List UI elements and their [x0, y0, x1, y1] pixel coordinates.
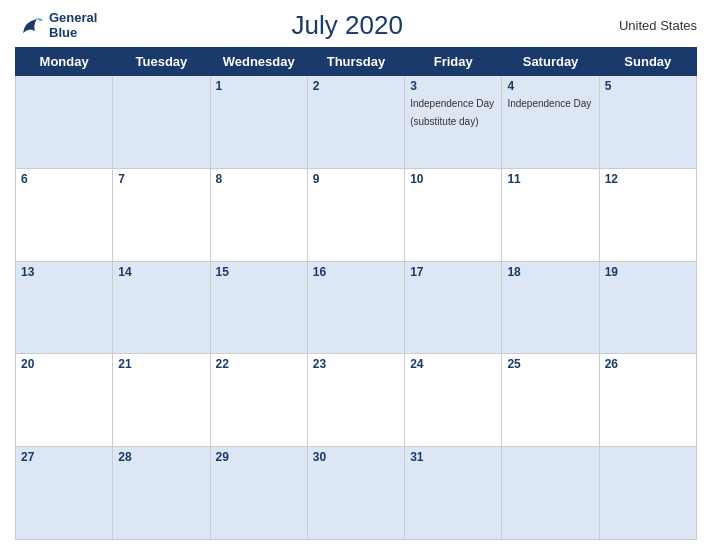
- day-number: 8: [216, 172, 302, 186]
- calendar-cell: 15: [210, 261, 307, 354]
- calendar-cell: 14: [113, 261, 210, 354]
- day-number: 23: [313, 357, 399, 371]
- day-number: 9: [313, 172, 399, 186]
- calendar-cell: 4Independence Day: [502, 76, 599, 169]
- day-number: 18: [507, 265, 593, 279]
- calendar-cell: 28: [113, 447, 210, 540]
- calendar-header: General Blue July 2020 United States: [15, 10, 697, 41]
- day-number: 20: [21, 357, 107, 371]
- day-number: 15: [216, 265, 302, 279]
- calendar-cell: [16, 76, 113, 169]
- calendar-cell: 21: [113, 354, 210, 447]
- day-number: 2: [313, 79, 399, 93]
- day-number: 4: [507, 79, 593, 93]
- calendar-cell: 29: [210, 447, 307, 540]
- day-number: 11: [507, 172, 593, 186]
- calendar-cell: [502, 447, 599, 540]
- calendar-cell: 5: [599, 76, 696, 169]
- day-number: 25: [507, 357, 593, 371]
- day-number: 26: [605, 357, 691, 371]
- calendar-cell: 7: [113, 168, 210, 261]
- col-header-monday: Monday: [16, 48, 113, 76]
- day-number: 5: [605, 79, 691, 93]
- calendar-header-row: MondayTuesdayWednesdayThursdayFridaySatu…: [16, 48, 697, 76]
- day-number: 22: [216, 357, 302, 371]
- country-label: United States: [597, 18, 697, 33]
- logo: General Blue: [15, 11, 97, 41]
- calendar-cell: 20: [16, 354, 113, 447]
- calendar-cell: 19: [599, 261, 696, 354]
- day-number: 30: [313, 450, 399, 464]
- calendar-cell: [113, 76, 210, 169]
- col-header-tuesday: Tuesday: [113, 48, 210, 76]
- event-label: Independence Day: [507, 98, 591, 109]
- day-number: 19: [605, 265, 691, 279]
- calendar-cell: 23: [307, 354, 404, 447]
- calendar-cell: 22: [210, 354, 307, 447]
- day-number: 24: [410, 357, 496, 371]
- logo-text: General Blue: [49, 11, 97, 40]
- calendar-cell: 27: [16, 447, 113, 540]
- calendar-cell: 24: [405, 354, 502, 447]
- col-header-thursday: Thursday: [307, 48, 404, 76]
- calendar-cell: 11: [502, 168, 599, 261]
- calendar-cell: 3Independence Day (substitute day): [405, 76, 502, 169]
- day-number: 1: [216, 79, 302, 93]
- calendar-cell: 13: [16, 261, 113, 354]
- day-number: 17: [410, 265, 496, 279]
- calendar-table: MondayTuesdayWednesdayThursdayFridaySatu…: [15, 47, 697, 540]
- col-header-wednesday: Wednesday: [210, 48, 307, 76]
- calendar-cell: 25: [502, 354, 599, 447]
- logo-icon: [15, 11, 45, 41]
- day-number: 14: [118, 265, 204, 279]
- day-number: 3: [410, 79, 496, 93]
- day-number: 31: [410, 450, 496, 464]
- calendar-cell: 2: [307, 76, 404, 169]
- calendar-cell: 6: [16, 168, 113, 261]
- day-number: 16: [313, 265, 399, 279]
- day-number: 27: [21, 450, 107, 464]
- day-number: 29: [216, 450, 302, 464]
- calendar-cell: 10: [405, 168, 502, 261]
- calendar-cell: [599, 447, 696, 540]
- calendar-cell: 17: [405, 261, 502, 354]
- col-header-saturday: Saturday: [502, 48, 599, 76]
- col-header-sunday: Sunday: [599, 48, 696, 76]
- calendar-cell: 1: [210, 76, 307, 169]
- calendar-cell: 12: [599, 168, 696, 261]
- calendar-title: July 2020: [97, 10, 597, 41]
- event-label: Independence Day (substitute day): [410, 98, 494, 127]
- day-number: 10: [410, 172, 496, 186]
- calendar-cell: 8: [210, 168, 307, 261]
- day-number: 7: [118, 172, 204, 186]
- day-number: 6: [21, 172, 107, 186]
- day-number: 13: [21, 265, 107, 279]
- calendar-cell: 31: [405, 447, 502, 540]
- day-number: 28: [118, 450, 204, 464]
- calendar-cell: 16: [307, 261, 404, 354]
- calendar-cell: 30: [307, 447, 404, 540]
- calendar-cell: 18: [502, 261, 599, 354]
- day-number: 12: [605, 172, 691, 186]
- calendar-cell: 9: [307, 168, 404, 261]
- col-header-friday: Friday: [405, 48, 502, 76]
- day-number: 21: [118, 357, 204, 371]
- calendar-cell: 26: [599, 354, 696, 447]
